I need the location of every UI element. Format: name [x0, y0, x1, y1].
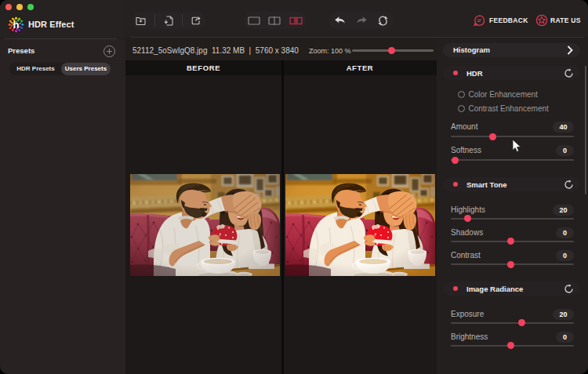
- svg-text:h: h: [13, 19, 20, 31]
